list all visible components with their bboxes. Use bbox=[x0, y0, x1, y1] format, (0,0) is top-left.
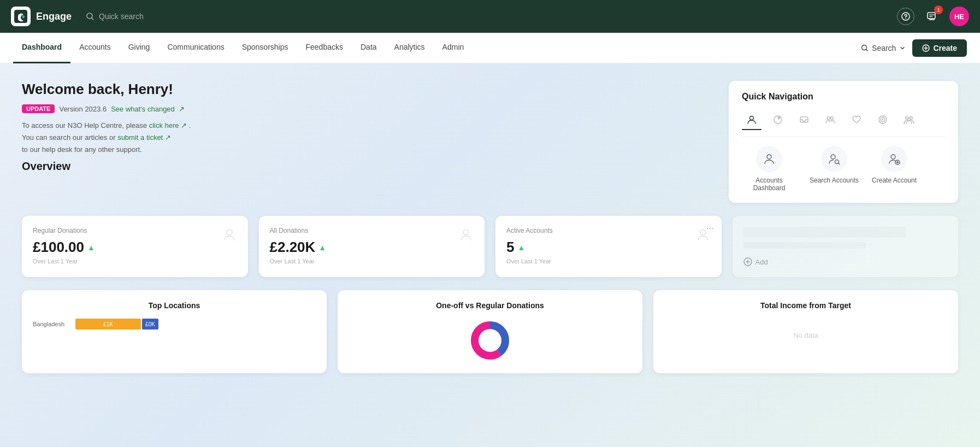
qnav-action-create-account[interactable]: Create Account bbox=[872, 146, 917, 192]
welcome-title: Welcome back, Henry! bbox=[22, 81, 716, 98]
bar-orange-bangladesh: £1K bbox=[75, 319, 141, 330]
create-account-icon bbox=[881, 146, 907, 172]
card-person-icon-2 bbox=[458, 227, 474, 246]
quick-search-label: Quick search bbox=[99, 12, 144, 21]
bar-row-bangladesh: Bangladesh £1K £0K bbox=[33, 319, 316, 330]
card-sub-2: Over Last 1 Year bbox=[270, 258, 474, 264]
top-area: Welcome back, Henry! UPDATE Version 2023… bbox=[22, 81, 958, 203]
overview-cards: Regular Donations £100.00 ▲ Over Last 1 … bbox=[22, 216, 958, 277]
donut-chart-card: One-off vs Regular Donations bbox=[338, 290, 642, 373]
search-accounts-icon bbox=[821, 146, 847, 172]
nav-admin[interactable]: Admin bbox=[434, 33, 473, 63]
qnav-tab-chart[interactable] bbox=[768, 110, 788, 130]
bottom-charts: Top Locations Bangladesh £1K £0K O bbox=[22, 290, 958, 373]
active-accounts-card: ··· Active Accounts 5 ▲ Over Last 1 Year bbox=[495, 216, 722, 277]
bar-label-bangladesh: Bangladesh bbox=[33, 321, 71, 327]
svg-point-18 bbox=[767, 155, 771, 159]
card-person-icon-1 bbox=[222, 227, 237, 246]
nav-giving[interactable]: Giving bbox=[120, 33, 159, 63]
top-nav-right: 1 HE bbox=[897, 7, 969, 26]
regular-donations-card: Regular Donations £100.00 ▲ Over Last 1 … bbox=[22, 216, 248, 277]
notifications-button[interactable]: 1 bbox=[923, 8, 941, 25]
nav-feedbacks[interactable]: Feedbacks bbox=[297, 33, 352, 63]
trend-up-2: ▲ bbox=[318, 243, 326, 252]
nav-dashboard[interactable]: Dashboard bbox=[13, 33, 70, 63]
click-here-link[interactable]: click here ↗ bbox=[149, 121, 189, 130]
quick-nav-tabs bbox=[742, 110, 945, 137]
svg-point-17 bbox=[908, 118, 911, 121]
trend-up-1: ▲ bbox=[87, 243, 95, 252]
create-button[interactable]: Create bbox=[912, 39, 967, 57]
svg-rect-4 bbox=[928, 13, 935, 19]
top-locations-title: Top Locations bbox=[33, 301, 316, 310]
help-text: To access our N3O Help Centre, please cl… bbox=[22, 120, 716, 156]
nav-communications[interactable]: Communications bbox=[158, 33, 233, 63]
welcome-section: Welcome back, Henry! UPDATE Version 2023… bbox=[22, 81, 716, 190]
sec-nav-right: Search Create bbox=[861, 39, 967, 57]
svg-point-10 bbox=[828, 117, 830, 120]
svg-point-21 bbox=[891, 155, 895, 159]
version-text: Version 2023.6 bbox=[59, 105, 107, 113]
add-widget-label: Add bbox=[755, 258, 768, 266]
update-badge-row: UPDATE Version 2023.6 See what's changed… bbox=[22, 104, 185, 113]
add-widget-card: Add bbox=[733, 216, 959, 277]
svg-point-25 bbox=[700, 230, 706, 235]
qnav-tab-group[interactable] bbox=[820, 110, 840, 130]
accounts-dashboard-icon bbox=[756, 146, 782, 172]
accounts-dashboard-label: Accounts Dashboard bbox=[742, 177, 796, 192]
card-value-2: £2.20K ▲ bbox=[270, 239, 474, 256]
search-accounts-label: Search Accounts bbox=[810, 177, 859, 184]
income-target-placeholder: No data bbox=[664, 319, 947, 351]
quick-search[interactable]: Quick search bbox=[86, 12, 144, 21]
search-label: Search bbox=[872, 44, 896, 52]
qnav-tab-target[interactable] bbox=[873, 110, 893, 130]
svg-point-14 bbox=[882, 119, 884, 121]
card-value-3: 5 ▲ bbox=[506, 239, 711, 256]
income-target-card: Total Income from Target No data bbox=[653, 290, 958, 373]
top-locations-bars: Bangladesh £1K £0K bbox=[33, 319, 316, 330]
card-sub-3: Over Last 1 Year bbox=[506, 258, 711, 264]
user-avatar[interactable]: HE bbox=[949, 7, 969, 26]
donut-chart-wrap bbox=[349, 319, 631, 362]
card-label-1: Regular Donations bbox=[33, 227, 237, 234]
card-label-3: Active Accounts bbox=[506, 227, 711, 234]
nav-sponsorships[interactable]: Sponsorships bbox=[233, 33, 297, 63]
quick-nav-title: Quick Navigation bbox=[742, 92, 945, 102]
secondary-navigation: Dashboard Accounts Giving Communications… bbox=[0, 33, 980, 63]
svg-point-3 bbox=[905, 18, 906, 19]
svg-point-19 bbox=[831, 155, 835, 159]
bar-blue-bangladesh: £0K bbox=[142, 319, 158, 330]
qnav-action-search-accounts[interactable]: Search Accounts bbox=[810, 146, 859, 192]
add-widget-button[interactable]: Add bbox=[743, 257, 948, 266]
qnav-tab-heart[interactable] bbox=[847, 110, 866, 130]
svg-point-11 bbox=[831, 117, 834, 120]
logo[interactable]: Engage bbox=[11, 7, 72, 26]
top-navigation: Engage Quick search 1 HE bbox=[0, 0, 980, 33]
search-button[interactable]: Search bbox=[861, 44, 906, 52]
see-changes-link[interactable]: See what's changed ↗ bbox=[111, 105, 185, 113]
update-tag: UPDATE bbox=[22, 104, 55, 113]
notification-badge: 1 bbox=[934, 5, 943, 14]
create-account-label: Create Account bbox=[872, 177, 917, 184]
svg-point-23 bbox=[227, 230, 232, 235]
main-content: Welcome back, Henry! UPDATE Version 2023… bbox=[0, 63, 980, 447]
nav-analytics[interactable]: Analytics bbox=[386, 33, 434, 63]
bar-container-bangladesh: £1K £0K bbox=[75, 319, 316, 330]
qnav-tab-inbox[interactable] bbox=[794, 110, 814, 130]
card-label-2: All Donations bbox=[270, 227, 474, 234]
help-button[interactable] bbox=[897, 8, 914, 25]
qnav-action-accounts-dashboard[interactable]: Accounts Dashboard bbox=[742, 146, 796, 192]
svg-point-24 bbox=[463, 230, 469, 235]
submit-ticket-link[interactable]: submit a ticket ↗ bbox=[117, 133, 171, 142]
qnav-tab-people[interactable] bbox=[899, 110, 919, 130]
nav-data[interactable]: Data bbox=[352, 33, 386, 63]
card-sub-1: Over Last 1 Year bbox=[33, 258, 237, 264]
card-person-icon-3 bbox=[695, 227, 711, 246]
nav-accounts[interactable]: Accounts bbox=[70, 33, 120, 63]
all-donations-card: All Donations £2.20K ▲ Over Last 1 Year bbox=[259, 216, 485, 277]
top-locations-chart: Top Locations Bangladesh £1K £0K bbox=[22, 290, 327, 373]
qnav-tab-person[interactable] bbox=[742, 110, 761, 130]
svg-point-7 bbox=[750, 116, 754, 120]
logo-icon bbox=[11, 7, 31, 26]
quick-nav-card: Quick Navigation bbox=[729, 81, 958, 203]
